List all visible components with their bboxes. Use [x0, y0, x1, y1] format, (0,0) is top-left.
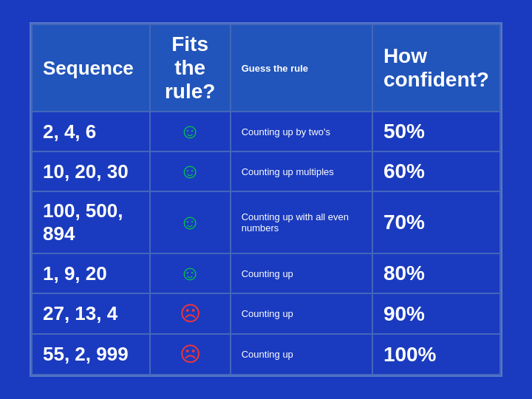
cell-guess: Counting up — [231, 293, 372, 334]
main-table: Sequence Fits the rule? Guess the rule H… — [31, 24, 501, 375]
table-row: 100, 500, 894☺Counting up with all even … — [32, 191, 500, 253]
cell-guess: Counting up by two's — [231, 112, 372, 151]
cell-confident: 70% — [372, 191, 500, 253]
cell-confident: 100% — [372, 334, 500, 375]
smiley-red-icon: ☹ — [180, 302, 201, 325]
smiley-green-icon: ☺ — [180, 262, 201, 284]
header-row: Sequence Fits the rule? Guess the rule H… — [32, 24, 500, 112]
main-table-container: Sequence Fits the rule? Guess the rule H… — [30, 22, 502, 377]
cell-fits: ☺ — [150, 151, 231, 191]
table-row: 10, 20, 30☺Counting up multiples60% — [32, 151, 500, 191]
cell-guess: Counting up with all even numbers — [231, 191, 372, 253]
cell-sequence: 2, 4, 6 — [32, 112, 150, 151]
cell-confident: 80% — [372, 253, 500, 293]
cell-sequence: 27, 13, 4 — [32, 293, 150, 334]
header-fits: Fits the rule? — [150, 24, 231, 112]
cell-guess: Counting up multiples — [231, 151, 372, 191]
cell-fits: ☹ — [150, 334, 231, 375]
cell-fits: ☺ — [150, 253, 231, 293]
cell-sequence: 55, 2, 999 — [32, 334, 150, 375]
cell-fits: ☺ — [150, 112, 231, 151]
header-guess: Guess the rule — [231, 24, 372, 112]
table-row: 55, 2, 999☹Counting up100% — [32, 334, 500, 375]
smiley-green-icon: ☺ — [180, 211, 201, 233]
cell-guess: Counting up — [231, 334, 372, 375]
table-row: 2, 4, 6☺Counting up by two's50% — [32, 112, 500, 151]
cell-guess: Counting up — [231, 253, 372, 293]
smiley-red-icon: ☹ — [180, 343, 201, 366]
table-row: 1, 9, 20☺Counting up80% — [32, 253, 500, 293]
cell-sequence: 1, 9, 20 — [32, 253, 150, 293]
cell-confident: 90% — [372, 293, 500, 334]
table-row: 27, 13, 4☹Counting up90% — [32, 293, 500, 334]
cell-confident: 50% — [372, 112, 500, 151]
header-sequence: Sequence — [32, 24, 150, 112]
cell-fits: ☺ — [150, 191, 231, 253]
header-confident: How confident? — [372, 24, 500, 112]
cell-fits: ☹ — [150, 293, 231, 334]
table-body: 2, 4, 6☺Counting up by two's50%10, 20, 3… — [32, 112, 500, 375]
cell-sequence: 10, 20, 30 — [32, 151, 150, 191]
cell-sequence: 100, 500, 894 — [32, 191, 150, 253]
cell-confident: 60% — [372, 151, 500, 191]
smiley-green-icon: ☺ — [180, 160, 201, 183]
smiley-green-icon: ☺ — [180, 120, 201, 143]
